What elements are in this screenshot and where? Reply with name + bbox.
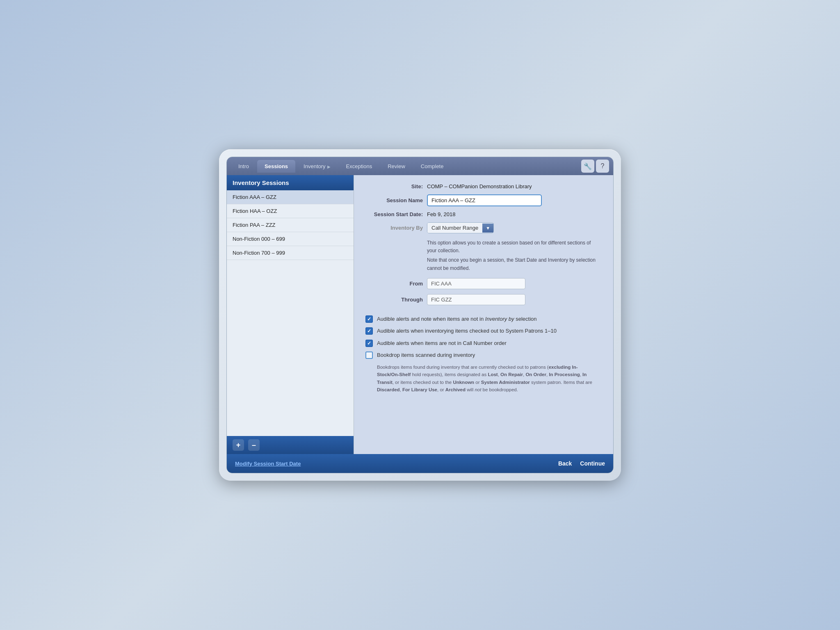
site-label: Site: bbox=[365, 183, 423, 189]
sidebar-footer: + – bbox=[227, 436, 354, 454]
checkbox-row-2: Audible alerts when items are not in Cal… bbox=[365, 339, 602, 347]
app-window: Intro Sessions Inventory Exceptions Revi… bbox=[226, 157, 614, 473]
inventory-by-label: Inventory By bbox=[365, 225, 423, 231]
inventory-by-select[interactable]: Call Number Range ▼ bbox=[427, 222, 494, 233]
modify-session-start-date-button[interactable]: Modify Session Start Date bbox=[235, 461, 301, 467]
checkbox-label-1: Audible alerts when inventorying items c… bbox=[377, 327, 557, 335]
tab-review[interactable]: Review bbox=[380, 160, 413, 173]
through-row: Through bbox=[365, 294, 602, 305]
sidebar-item-0[interactable]: Fiction AAA – GZZ bbox=[227, 190, 354, 204]
through-label: Through bbox=[365, 297, 423, 303]
bottom-nav-buttons: Back Continue bbox=[558, 460, 605, 467]
session-name-input[interactable] bbox=[427, 194, 542, 206]
sidebar: Inventory Sessions Fiction AAA – GZZ Fic… bbox=[227, 175, 354, 454]
inventory-by-row: Inventory By Call Number Range ▼ bbox=[365, 222, 602, 233]
sidebar-item-1[interactable]: Fiction HAA – OZZ bbox=[227, 204, 354, 218]
sidebar-header: Inventory Sessions bbox=[227, 175, 354, 190]
session-name-row: Session Name bbox=[365, 194, 602, 206]
checkbox-row-3: Bookdrop items scanned during inventory bbox=[365, 351, 602, 359]
info-box: This option allows you to create a sessi… bbox=[427, 239, 602, 272]
wrench-icon-button[interactable]: 🔧 bbox=[581, 160, 594, 173]
tab-intro[interactable]: Intro bbox=[231, 160, 256, 173]
sidebar-item-4[interactable]: Non-Fiction 700 – 999 bbox=[227, 246, 354, 260]
checkbox-1[interactable] bbox=[365, 327, 373, 335]
through-input[interactable] bbox=[427, 294, 525, 305]
tab-inventory[interactable]: Inventory bbox=[296, 160, 338, 173]
from-label: From bbox=[365, 281, 423, 287]
checkboxes-section: Audible alerts and note when items are n… bbox=[365, 315, 602, 394]
continue-button[interactable]: Continue bbox=[580, 460, 605, 467]
from-through-section: From Through bbox=[365, 278, 602, 305]
start-date-value: Feb 9, 2018 bbox=[427, 211, 455, 217]
tab-exceptions[interactable]: Exceptions bbox=[339, 160, 380, 173]
help-icon-button[interactable]: ? bbox=[596, 160, 609, 173]
site-value: COMP – COMPanion Demonstration Library bbox=[427, 183, 532, 189]
bottom-bar: Modify Session Start Date Back Continue bbox=[227, 454, 613, 473]
from-input[interactable] bbox=[427, 278, 525, 289]
start-date-label: Session Start Date: bbox=[365, 211, 423, 217]
nav-icons: 🔧 ? bbox=[581, 160, 609, 173]
from-row: From bbox=[365, 278, 602, 289]
back-button[interactable]: Back bbox=[558, 460, 572, 467]
session-name-label: Session Name bbox=[365, 197, 423, 203]
checkbox-3[interactable] bbox=[365, 352, 373, 359]
info-text-2: Note that once you begin a session, the … bbox=[427, 256, 602, 272]
sidebar-item-2[interactable]: Fiction PAA – ZZZ bbox=[227, 218, 354, 232]
tab-complete[interactable]: Complete bbox=[413, 160, 451, 173]
info-text-1: This option allows you to create a sessi… bbox=[427, 239, 602, 255]
checkbox-row-1: Audible alerts when inventorying items c… bbox=[365, 327, 602, 335]
sidebar-list: Fiction AAA – GZZ Fiction HAA – OZZ Fict… bbox=[227, 190, 354, 436]
main-content: Inventory Sessions Fiction AAA – GZZ Fic… bbox=[227, 175, 613, 454]
checkbox-row-0: Audible alerts and note when items are n… bbox=[365, 315, 602, 323]
sidebar-item-3[interactable]: Non-Fiction 000 – 699 bbox=[227, 232, 354, 246]
add-session-button[interactable]: + bbox=[233, 439, 244, 451]
checkbox-label-3: Bookdrop items scanned during inventory bbox=[377, 351, 475, 359]
tab-sessions[interactable]: Sessions bbox=[257, 160, 295, 173]
device-frame: Intro Sessions Inventory Exceptions Revi… bbox=[219, 149, 621, 481]
checkbox-2[interactable] bbox=[365, 340, 373, 347]
checkbox-0[interactable] bbox=[365, 315, 373, 323]
start-date-row: Session Start Date: Feb 9, 2018 bbox=[365, 211, 602, 217]
remove-session-button[interactable]: – bbox=[248, 439, 260, 451]
inventory-by-arrow-icon[interactable]: ▼ bbox=[482, 224, 493, 233]
detail-panel: Site: COMP – COMPanion Demonstration Lib… bbox=[354, 175, 613, 454]
site-row: Site: COMP – COMPanion Demonstration Lib… bbox=[365, 183, 602, 189]
bookdrop-description: Bookdrops items found during inventory t… bbox=[377, 363, 598, 394]
checkbox-label-0: Audible alerts and note when items are n… bbox=[377, 315, 537, 323]
inventory-by-value: Call Number Range bbox=[427, 223, 482, 233]
checkbox-label-2: Audible alerts when items are not in Cal… bbox=[377, 339, 507, 347]
nav-bar: Intro Sessions Inventory Exceptions Revi… bbox=[227, 157, 613, 175]
